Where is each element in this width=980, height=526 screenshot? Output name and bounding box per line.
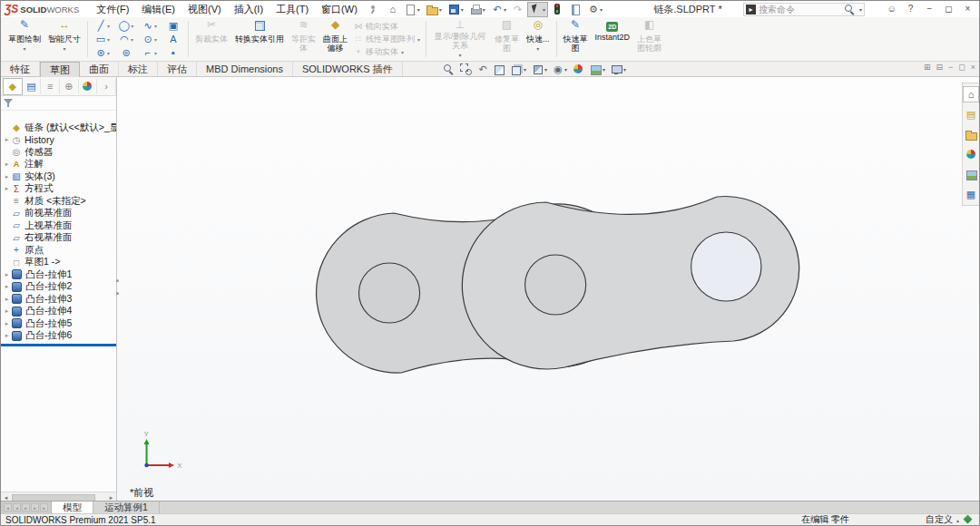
display-style-button[interactable]: ▾ — [532, 63, 547, 75]
sketch-tool-ellipse[interactable]: ⊙▾ — [139, 33, 161, 45]
sketch-tool-dot[interactable]: ▪ — [162, 46, 184, 59]
rollback-bar[interactable] — [1, 344, 116, 346]
panes-tab[interactable]: ▦ — [963, 186, 979, 202]
ribbon-button-shaded-sketch-contours[interactable]: ◧上色草 图轮廓 — [634, 18, 664, 60]
new-document-button-dropdown-arrow[interactable]: ▾ — [417, 6, 420, 13]
graphics-viewport[interactable]: XY *前视 ⌂▤▦ — [117, 77, 979, 502]
tab-model[interactable]: 模型 — [52, 502, 93, 513]
tree-item-right-plane[interactable]: ▱右视基准面 — [1, 232, 116, 245]
minimize-button[interactable]: − — [920, 1, 939, 16]
section-view-button[interactable] — [494, 63, 505, 75]
new-document-button[interactable]: ▾ — [402, 2, 423, 17]
ribbon-button-convert-entities[interactable]: 转换实体引用 — [232, 18, 287, 60]
select-button-dropdown-arrow[interactable]: ▾ — [543, 6, 545, 13]
ribbon-button-instant2d[interactable]: 2DInstant2D — [593, 18, 633, 60]
sketch-dropdown-arrow[interactable]: ▾ — [23, 44, 25, 54]
tab-motion-study-1[interactable]: 运动算例1 — [93, 502, 160, 513]
tree-item-history[interactable]: ▸◷History — [1, 134, 116, 147]
menu-edit[interactable]: 编辑(E) — [135, 2, 181, 17]
home-button[interactable]: ⌂ — [385, 2, 401, 17]
doc-close-button[interactable]: × — [971, 63, 975, 72]
hide-show-items-dropdown-arrow[interactable]: ▾ — [564, 66, 567, 73]
panel-tab-more-tabs[interactable]: › — [97, 79, 116, 94]
ribbon-button-move-entities[interactable]: +移动实体▾ — [354, 46, 420, 58]
edit-appearance-button[interactable] — [573, 63, 584, 75]
ribbon-button-offset-on-surface[interactable]: ◆曲面上 偏移 — [320, 18, 350, 60]
design-library-tab[interactable]: ▤ — [963, 106, 979, 122]
ribbon-button-offset-entities[interactable]: ≋等距实 体 — [289, 18, 318, 60]
panel-tab-feature-manager[interactable]: ◆ — [3, 78, 23, 95]
undo-button-dropdown-arrow[interactable]: ▾ — [504, 6, 506, 13]
help-button[interactable]: ? — [901, 1, 920, 16]
user-account-button[interactable]: ☺ — [882, 1, 901, 16]
status-customize-arrow[interactable]: ▴ — [956, 517, 959, 523]
sketch-tool-spline[interactable]: ∿▾ — [139, 19, 161, 32]
quick-snaps-dropdown-arrow[interactable]: ▾ — [536, 44, 539, 54]
tree-item-boss-extrude5[interactable]: ▸凸台-拉伸5 — [1, 317, 116, 330]
panel-tab-property-manager[interactable]: ▤ — [23, 79, 42, 94]
doc-minimize-button[interactable]: − — [948, 63, 953, 72]
zoom-to-area-button[interactable] — [460, 63, 472, 75]
model-tab-nav-1[interactable]: ◂ — [4, 503, 12, 511]
tree-item-origin[interactable]: +原点 — [1, 244, 116, 257]
ribbon-button-quick-snaps[interactable]: ◎快速...▾ — [524, 18, 553, 60]
appearances-scenes-tab[interactable] — [963, 146, 979, 162]
view-orientation-button[interactable]: ▾ — [511, 63, 526, 75]
restore-button[interactable]: ◻ — [939, 1, 958, 16]
pin-hole-2[interactable] — [525, 255, 586, 315]
apply-scene-dropdown-arrow[interactable]: ▾ — [603, 66, 605, 73]
view-settings-dropdown-arrow[interactable]: ▾ — [623, 66, 626, 73]
tab-annotations[interactable]: 标注 — [119, 62, 158, 76]
custom-properties-tab[interactable] — [963, 166, 979, 182]
close-button[interactable]: × — [958, 1, 977, 16]
zoom-to-fit-button[interactable] — [443, 63, 455, 75]
tree-item-boss-extrude3[interactable]: ▸凸台-拉伸3 — [1, 293, 116, 306]
display-delete-relations-dropdown-arrow[interactable]: ▾ — [459, 51, 462, 60]
options-button-dropdown-arrow[interactable]: ▾ — [600, 6, 603, 13]
undo-button[interactable]: ↶▾ — [489, 2, 509, 17]
menu-pin-icon[interactable] — [367, 4, 378, 15]
tree-item-annotations[interactable]: ▸A注解 — [1, 159, 116, 171]
save-button-dropdown-arrow[interactable]: ▾ — [461, 6, 464, 13]
model-tab-nav-4[interactable]: ▸ — [31, 503, 39, 511]
print-button-dropdown-arrow[interactable]: ▾ — [483, 6, 485, 13]
file-explorer-tab[interactable] — [963, 126, 979, 142]
search-icon[interactable] — [844, 4, 856, 15]
view-settings-button[interactable]: ▾ — [611, 63, 626, 75]
menu-file[interactable]: 文件(F) — [90, 2, 135, 17]
tab-surfaces[interactable]: 曲面 — [80, 62, 119, 76]
tree-item-front-plane[interactable]: ▱前视基准面 — [1, 208, 116, 220]
tree-item-top-plane[interactable]: ▱上视基准面 — [1, 219, 116, 232]
ribbon-button-display-delete-relations[interactable]: ⊥显示/删除几何关系▾ — [430, 18, 490, 60]
command-search-box[interactable]: ▸ 搜索命令 ▾ — [743, 3, 865, 16]
tree-item-boss-extrude6[interactable]: ▸凸台-拉伸6 — [1, 330, 116, 343]
tree-item-solid-bodies[interactable]: ▸▧实体(3) — [1, 170, 116, 183]
menu-view[interactable]: 视图(V) — [181, 2, 228, 17]
panel-tab-display-manager[interactable] — [79, 79, 98, 94]
tree-item-boss-extrude4[interactable]: ▸凸台-拉伸4 — [1, 306, 116, 318]
tab-features[interactable]: 特征 — [1, 62, 40, 76]
ribbon-button-trim-entities[interactable]: ✂剪裁实体 — [192, 18, 230, 60]
panel-tab-dimxpert-manager[interactable]: ⊕ — [60, 79, 79, 94]
tree-item-sensors[interactable]: ◎传感器 — [1, 146, 116, 159]
options-button[interactable]: ⚙▾ — [585, 2, 605, 17]
sketch-tool-fillet[interactable]: ⊛▾ — [92, 46, 113, 59]
model-view[interactable]: XY — [117, 77, 979, 502]
model-tab-nav-3[interactable]: ▸ — [22, 503, 30, 511]
apply-scene-button[interactable]: ▾ — [590, 63, 605, 75]
save-button[interactable]: ▾ — [446, 2, 466, 17]
tree-item-boss-extrude1[interactable]: ▸凸台-拉伸1 — [1, 268, 116, 281]
sketch-tool-slot[interactable]: ▣ — [162, 19, 184, 32]
ribbon-button-mirror-entities[interactable]: ⋈镜向实体 — [354, 21, 420, 33]
menu-tools[interactable]: 工具(T) — [270, 2, 315, 17]
status-customize[interactable]: 自定义 — [926, 513, 953, 526]
tree-item-material[interactable]: ≡材质 <未指定> — [1, 195, 116, 208]
menu-insert[interactable]: 插入(I) — [228, 2, 270, 17]
sketch-tool-arc[interactable]: ◠▾ — [115, 33, 137, 45]
tab-mbd-dimensions[interactable]: MBD Dimensions — [197, 62, 293, 76]
tree-item-sketch1[interactable]: □草图1 -> — [1, 257, 116, 269]
print-button[interactable]: ▾ — [467, 2, 488, 17]
ribbon-button-sketch[interactable]: ✎草图绘制▾ — [5, 18, 44, 60]
previous-view-button[interactable]: ↶ — [477, 63, 488, 75]
sketch-tool-text[interactable]: A — [162, 33, 184, 45]
